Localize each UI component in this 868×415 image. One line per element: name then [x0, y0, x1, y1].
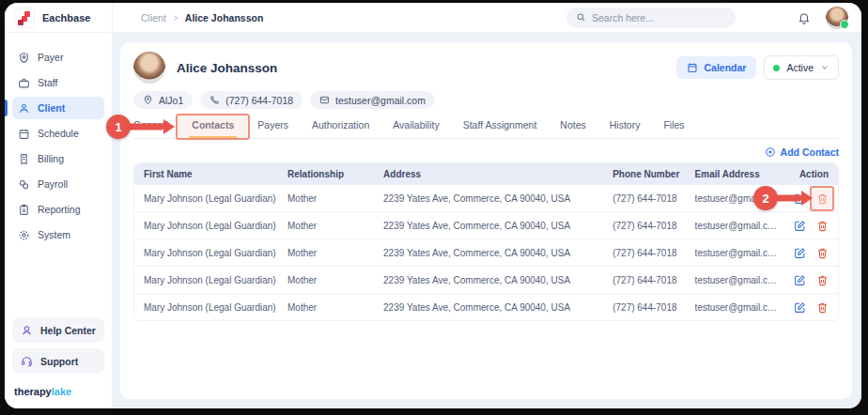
calendar-button-label: Calendar — [704, 62, 746, 73]
client-id-value: AlJo1 — [159, 95, 183, 106]
cell-relationship: Mother — [287, 302, 383, 313]
tab-availability[interactable]: Availability — [393, 119, 439, 131]
table-row: Mary Johnson (Legal Guardian) Mother 223… — [134, 212, 838, 239]
status-dropdown[interactable]: Active — [764, 55, 839, 80]
cell-first-name: Mary Johnson (Legal Guardian) — [144, 275, 287, 285]
cell-relationship: Mother — [287, 193, 383, 204]
sidebar-item-label: Payer — [38, 52, 63, 63]
briefcase-icon — [18, 77, 30, 89]
column-header-action: Action — [787, 169, 829, 179]
cell-address: 2239 Yates Ave, Commerce, CA 90040, USA — [383, 221, 612, 231]
tab-bar: General Contacts Payers Authorization Av… — [133, 119, 839, 139]
plus-circle-icon — [765, 146, 776, 158]
annotation-arrow-2 — [777, 191, 813, 206]
table-row: Mary Johnson (Legal Guardian) Mother 223… — [134, 239, 838, 267]
status-dropdown-value: Active — [786, 62, 814, 73]
client-name: Alice Johansson — [177, 61, 277, 75]
headset-icon — [21, 355, 33, 367]
sidebar-item-label: Reporting — [38, 204, 81, 215]
footer-brand-secondary: lake — [52, 386, 71, 397]
tab-contacts-label: Contacts — [192, 119, 234, 131]
tab-authorization[interactable]: Authorization — [312, 119, 369, 131]
cell-phone: (727) 644-7018 — [612, 221, 694, 231]
tab-payers[interactable]: Payers — [257, 119, 288, 131]
cell-actions — [787, 247, 829, 259]
main-area: Alice Johansson Calendar Active — [113, 33, 861, 408]
help-center-label: Help Center — [40, 325, 96, 336]
breadcrumb: Client Alice Johansson — [141, 12, 263, 23]
delete-contact-button[interactable] — [816, 274, 829, 286]
cell-first-name: Mary Johnson (Legal Guardian) — [144, 248, 287, 258]
clipboard-icon — [18, 204, 30, 216]
add-contact-button[interactable]: Add Contact — [765, 146, 839, 158]
edit-contact-button[interactable] — [794, 274, 806, 286]
edit-contact-button[interactable] — [794, 220, 806, 232]
delete-contact-button[interactable] — [816, 247, 829, 259]
tab-files[interactable]: Files — [663, 119, 684, 131]
cell-phone: (727) 644-7018 — [612, 275, 694, 285]
footer-brand-primary: therapy — [14, 386, 52, 397]
phone-icon — [209, 95, 220, 105]
column-header-address: Address — [383, 169, 612, 179]
user-avatar[interactable] — [826, 7, 848, 29]
tab-contacts[interactable]: Contacts — [192, 119, 234, 131]
person-icon — [18, 102, 30, 115]
cell-relationship: Mother — [287, 275, 383, 285]
edit-contact-button[interactable] — [794, 247, 806, 259]
cell-first-name: Mary Johnson (Legal Guardian) — [144, 302, 287, 313]
shield-icon — [18, 52, 30, 64]
help-center-button[interactable]: Help Center — [12, 317, 104, 343]
sidebar-item-label: Staff — [38, 77, 57, 88]
support-label: Support — [40, 356, 78, 367]
sidebar-item-schedule[interactable]: Schedule — [12, 122, 104, 145]
cell-email: testuser@gmail.com — [695, 248, 787, 258]
table-row: Mary Johnson (Legal Guardian) Mother 223… — [134, 267, 838, 294]
sidebar-item-staff[interactable]: Staff — [12, 71, 104, 94]
table-row: Mary Johnson (Legal Guardian) Mother 223… — [134, 185, 838, 212]
cell-actions — [787, 274, 829, 286]
therapylake-logo: therapylake — [5, 377, 112, 408]
column-header-email: Email Address — [695, 169, 787, 179]
breadcrumb-current: Alice Johansson — [185, 12, 263, 23]
coins-icon — [18, 178, 30, 191]
cell-phone: (727) 644-7018 — [612, 248, 694, 258]
support-button[interactable]: Support — [12, 348, 104, 374]
active-status-dot — [773, 65, 780, 71]
client-phone-value: (727) 644-7018 — [225, 95, 293, 106]
sidebar-item-system[interactable]: System — [12, 223, 104, 246]
delete-contact-button[interactable] — [816, 220, 829, 232]
client-avatar — [133, 52, 165, 84]
content-column: Client Alice Johansson Search here... — [113, 3, 861, 408]
sidebar-item-payroll[interactable]: Payroll — [12, 173, 104, 195]
calendar-button[interactable]: Calendar — [676, 56, 756, 79]
delete-contact-button[interactable] — [816, 192, 829, 205]
breadcrumb-parent[interactable]: Client — [141, 12, 166, 23]
delete-contact-button[interactable] — [816, 301, 829, 314]
help-icon — [21, 324, 33, 336]
edit-contact-button[interactable] — [794, 301, 806, 314]
bell-icon[interactable] — [798, 11, 811, 24]
header-actions: Calendar Active — [676, 55, 839, 80]
cell-first-name: Mary Johnson (Legal Guardian) — [144, 221, 287, 231]
calendar-icon — [18, 128, 30, 140]
chevron-down-icon — [820, 63, 829, 72]
contact-pills: AlJo1 (727) 644-7018 testuser@gmail.com — [133, 91, 839, 109]
sidebar-item-billing[interactable]: Billing — [12, 147, 104, 170]
sidebar-item-client[interactable]: Client — [12, 97, 104, 119]
sidebar-nav: Payer Staff Client Schedule — [5, 33, 112, 246]
tab-staff-assignment[interactable]: Staff Assignment — [463, 119, 537, 131]
table-toolbar: Add Contact — [133, 146, 839, 158]
search-placeholder: Search here... — [592, 12, 654, 23]
sidebar-item-label: System — [38, 229, 70, 240]
search-input[interactable]: Search here... — [566, 8, 736, 28]
table-row: Mary Johnson (Legal Guardian) Mother 223… — [134, 294, 838, 320]
sidebar-item-reporting[interactable]: Reporting — [12, 198, 104, 221]
brand-logo[interactable]: Eachbase — [5, 3, 112, 33]
chevron-right-icon — [172, 14, 179, 22]
profile-header: Alice Johansson Calendar Active — [133, 52, 839, 84]
tab-notes[interactable]: Notes — [560, 119, 585, 131]
app-window: Eachbase Payer Staff Client — [5, 3, 861, 408]
tab-history[interactable]: History — [610, 119, 641, 131]
cell-phone: (727) 644-7018 — [612, 302, 694, 313]
sidebar-item-payer[interactable]: Payer — [12, 46, 104, 69]
